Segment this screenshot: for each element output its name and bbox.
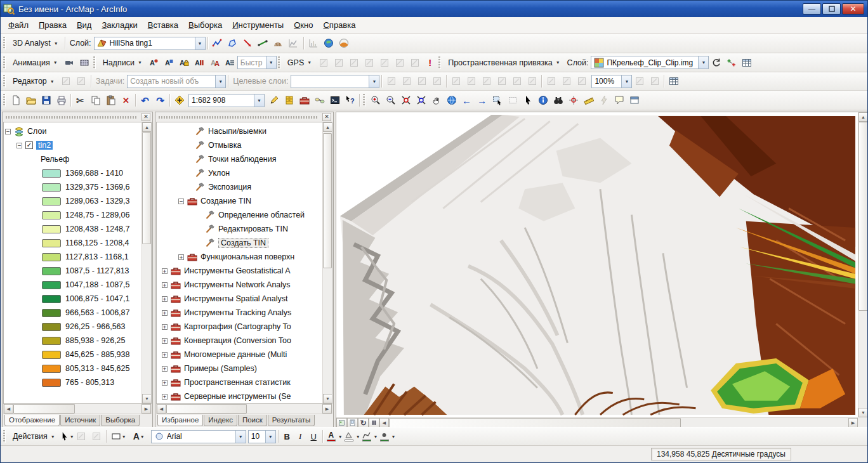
clear-selection-icon[interactable] (505, 93, 520, 107)
layer-row[interactable]: −✓tin2 (5, 138, 141, 152)
menu-help[interactable]: Справка (318, 18, 360, 32)
view-link-table-icon[interactable] (739, 56, 754, 70)
modelbuilder-icon[interactable] (312, 93, 327, 107)
toolbar-grip[interactable] (438, 56, 441, 69)
tree-collapse-icon[interactable]: − (16, 143, 22, 148)
redo-icon[interactable]: ↷ (153, 93, 168, 107)
scroll-up-icon[interactable]: ▲ (323, 122, 332, 132)
toolbar-grip[interactable] (3, 75, 6, 88)
refresh-view-button[interactable]: ↻ (358, 418, 369, 427)
next-extent-icon[interactable]: → (475, 93, 489, 107)
menu-file[interactable]: Файл (3, 18, 34, 32)
toolbox-horizontal-scrollbar[interactable]: ◀ ▶ (156, 404, 332, 414)
layout-view-button[interactable] (347, 418, 358, 427)
split-tool-icon[interactable] (384, 74, 398, 88)
python-window-icon[interactable] (327, 93, 342, 107)
toolbox-tree-item[interactable]: +Серверные инструменты (Se (158, 389, 322, 403)
tab-search[interactable]: Поиск (238, 415, 267, 426)
map-cache-build-icon[interactable] (647, 74, 662, 88)
bold-button[interactable]: B (280, 430, 294, 443)
save-icon[interactable] (39, 93, 53, 107)
edit-tool-icon[interactable] (59, 74, 74, 88)
add-control-points-icon[interactable] (724, 56, 739, 70)
cut-icon[interactable]: ✂ (73, 93, 88, 107)
legend-item[interactable]: 1006,875 - 1047,1 (5, 292, 141, 306)
tab-display[interactable]: Отображение (4, 415, 60, 426)
tree-expand-icon[interactable]: + (162, 296, 168, 302)
rotate-element-icon[interactable] (74, 429, 89, 443)
draw-menu-button[interactable]: Действия▼ (8, 430, 60, 443)
scroll-right-icon[interactable]: ▶ (848, 418, 858, 427)
tasks-combo[interactable]: Создать новый объ ▼ (127, 75, 226, 88)
tab-results[interactable]: Результаты (268, 415, 315, 426)
line-color-button[interactable] (360, 429, 373, 443)
scrollbar-track[interactable] (681, 418, 848, 427)
gps-alert-icon[interactable]: ! (423, 56, 437, 70)
toolbox-tree-item[interactable]: Редактировать TIN (158, 222, 322, 236)
pan-icon[interactable] (429, 93, 444, 107)
toolbox-tree-item[interactable]: Создать TIN (158, 236, 322, 250)
interpolate-line-icon[interactable] (210, 36, 225, 50)
reshape-feature-icon[interactable] (479, 74, 494, 88)
arcscene-icon[interactable] (337, 36, 352, 50)
scroll-left-icon[interactable]: ◀ (379, 418, 389, 427)
toolbox-tree-item[interactable]: +Многомерные данные (Multi (158, 348, 322, 362)
tree-expand-icon[interactable]: + (162, 394, 168, 400)
tree-expand-icon[interactable]: + (162, 366, 168, 372)
toolbar-grip[interactable] (363, 94, 365, 107)
map-canvas[interactable] (336, 112, 858, 417)
gps-connect-icon[interactable] (316, 56, 331, 70)
toolbar-grip[interactable] (3, 430, 6, 443)
font-color-button[interactable]: A (325, 429, 338, 443)
tree-expand-icon[interactable]: + (162, 324, 168, 330)
georef-layer-combo[interactable]: ПКрельеф_Clip_Clip.img ▼ (591, 56, 709, 69)
tree-expand-icon[interactable]: + (162, 282, 168, 288)
tree-expand-icon[interactable]: + (162, 310, 168, 316)
label-priority-ranking-icon[interactable]: A (147, 56, 161, 70)
editor-toolbar-icon[interactable] (266, 93, 281, 107)
scroll-right-icon[interactable]: ▶ (141, 404, 151, 414)
toc-close-icon[interactable]: ✕ (141, 113, 150, 121)
map-scale-combo[interactable]: 1:682 908 ▼ (188, 94, 265, 107)
toc-horizontal-scrollbar[interactable]: ◀ ▶ (3, 404, 152, 414)
snapping-window-icon[interactable] (559, 74, 574, 88)
toolbox-tree-item[interactable]: +Примеры (Samples) (158, 362, 322, 375)
minimize-button[interactable]: — (803, 3, 821, 15)
select-features-icon[interactable] (490, 93, 504, 107)
create-new-feature-icon[interactable] (449, 74, 463, 88)
animation-menu-button[interactable]: Анимация▼ (8, 56, 62, 69)
scroll-up-icon[interactable]: ▲ (858, 112, 868, 122)
select-elements-icon[interactable] (520, 93, 535, 107)
panel-grip[interactable] (159, 116, 319, 119)
scrollbar-track[interactable] (142, 244, 151, 394)
legend-item[interactable]: 765 - 805,313 (5, 375, 141, 389)
toolbar-grip[interactable] (278, 56, 280, 69)
find-icon[interactable] (551, 93, 565, 107)
tree-expand-icon[interactable]: + (162, 352, 168, 358)
scrollbar-track[interactable] (858, 311, 868, 408)
full-extent-icon[interactable] (444, 93, 459, 107)
steepest-path-icon[interactable] (240, 36, 255, 50)
paste-icon[interactable] (103, 93, 118, 107)
fixed-zoom-in-icon[interactable] (398, 93, 413, 107)
menu-selection[interactable]: Выборка (183, 18, 227, 32)
scroll-down-icon[interactable]: ▼ (323, 394, 332, 403)
menu-tools[interactable]: Инструменты (227, 18, 289, 32)
zoom-out-icon[interactable] (383, 93, 398, 107)
pause-drawing-button[interactable] (369, 418, 379, 427)
toolbox-vertical-scrollbar[interactable]: ▲▼ (322, 122, 332, 403)
toolbox-tree-item[interactable]: +Инструменты Geostatistical A (158, 264, 322, 278)
toolbox-tree-item[interactable]: −Создание TIN (158, 194, 322, 208)
identify-icon[interactable] (536, 93, 550, 107)
attributes-icon[interactable] (414, 74, 429, 88)
toolbox-tree-item[interactable]: +Инструменты Network Analys (158, 278, 322, 292)
line-of-sight-icon[interactable] (256, 36, 270, 50)
menu-bookmarks[interactable]: Закладки (96, 18, 142, 32)
open-animation-controls-icon[interactable] (62, 56, 77, 70)
select-elements-tool[interactable]: ▼ (60, 429, 74, 443)
fill-color-button[interactable] (343, 429, 355, 443)
editor-zoom-combo[interactable]: 100% ▼ (591, 75, 632, 88)
italic-button[interactable]: I (294, 430, 307, 443)
add-data-icon[interactable] (172, 93, 187, 107)
label-manager-icon[interactable]: A (223, 56, 237, 70)
